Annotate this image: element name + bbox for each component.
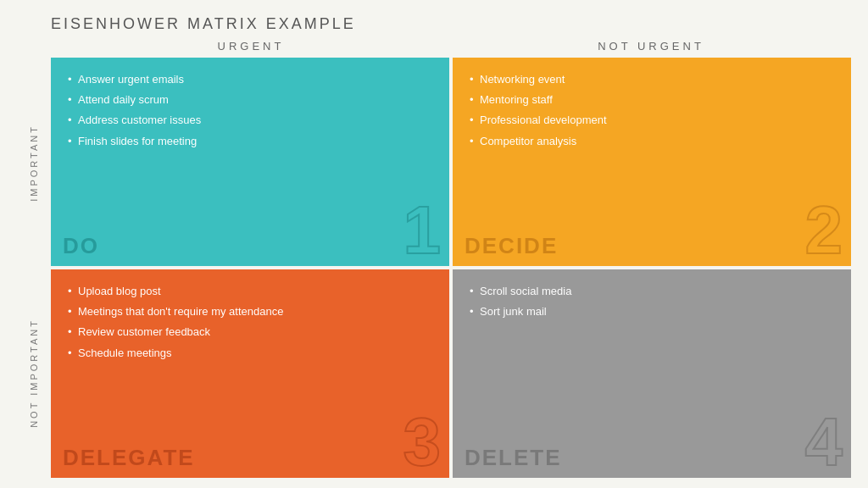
list-item: Review customer feedback (64, 322, 436, 342)
page: EISENHOWER MATRIX EXAMPLE URGENT NOT URG… (0, 0, 868, 488)
list-item: Upload blog post (64, 281, 436, 302)
q3-number: 3 (403, 408, 442, 476)
quadrant-delegate: Upload blog post Meetings that don't req… (51, 269, 449, 478)
col-header-urgent: URGENT (51, 40, 451, 53)
row-label-not-important: NOT IMPORTANT (17, 268, 51, 478)
col-header-not-urgent: NOT URGENT (451, 40, 851, 53)
q1-list: Answer urgent emails Attend daily scrum … (64, 69, 436, 152)
list-item: Networking event (466, 69, 837, 90)
list-item: Professional development (466, 110, 837, 130)
list-item: Scroll social media (466, 281, 837, 302)
q1-label: DO (63, 233, 99, 259)
column-headers: URGENT NOT URGENT (51, 40, 851, 53)
q3-list: Upload blog post Meetings that don't req… (64, 281, 436, 363)
q2-number: 2 (805, 197, 843, 264)
list-item: Sort junk mail (466, 302, 837, 322)
row-label-important: IMPORTANT (17, 58, 51, 268)
q4-number: 4 (805, 408, 843, 476)
q3-label: DELEGATE (63, 445, 195, 471)
q4-list: Scroll social media Sort junk mail (466, 281, 837, 322)
page-title: EISENHOWER MATRIX EXAMPLE (51, 15, 851, 33)
q2-list: Networking event Mentoring staff Profess… (466, 69, 837, 152)
matrix-area: IMPORTANT NOT IMPORTANT Answer urgent em… (17, 58, 851, 478)
row-labels: IMPORTANT NOT IMPORTANT (17, 58, 51, 478)
matrix-grid: Answer urgent emails Attend daily scrum … (51, 58, 851, 478)
list-item: Finish slides for meeting (64, 131, 436, 152)
list-item: Competitor analysis (466, 131, 837, 152)
list-item: Address customer issues (64, 110, 436, 130)
q4-label: DELETE (465, 445, 562, 471)
q2-label: DECIDE (465, 233, 558, 259)
list-item: Answer urgent emails (64, 69, 436, 90)
quadrant-delete: Scroll social media Sort junk mail DELET… (453, 269, 851, 478)
q1-number: 1 (403, 197, 442, 264)
list-item: Mentoring staff (466, 90, 837, 110)
list-item: Attend daily scrum (64, 90, 436, 110)
quadrant-do: Answer urgent emails Attend daily scrum … (51, 58, 449, 266)
quadrant-decide: Networking event Mentoring staff Profess… (453, 58, 851, 266)
list-item: Meetings that don't require my attendanc… (64, 302, 436, 322)
list-item: Schedule meetings (64, 343, 436, 363)
